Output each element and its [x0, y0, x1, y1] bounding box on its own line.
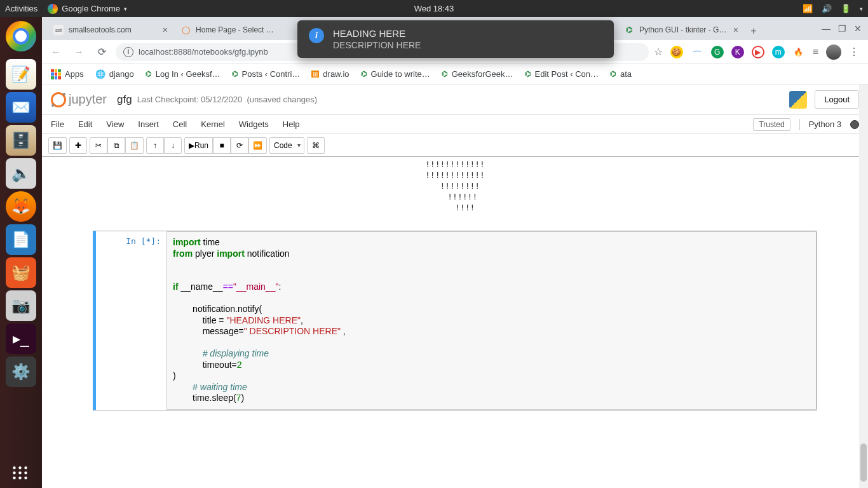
notebook-area: !!!!!!!!!!!! !!!!!!!!!!!! !!!!!!!! !!!!!…	[42, 157, 868, 438]
menu-widgets[interactable]: Widgets	[239, 119, 269, 129]
star-icon[interactable]: ☆	[654, 46, 663, 58]
new-tab-button[interactable]: +	[745, 22, 763, 40]
save-button[interactable]: 💾	[48, 137, 67, 154]
restart-run-all-button[interactable]: ⏩	[248, 137, 267, 154]
gfg-icon: ⌬	[146, 70, 152, 78]
activities-button[interactable]: Activities	[5, 4, 37, 13]
extension-icon[interactable]: 〰	[691, 46, 703, 58]
launcher-text-editor[interactable]: 📝	[6, 59, 36, 90]
gfg-icon: ⌬	[442, 70, 448, 78]
kernel-name[interactable]: Python 3	[809, 119, 841, 129]
extension-icon[interactable]: G	[711, 46, 724, 58]
page-content: jupyter gfg Last Checkpoint: 05/12/2020 …	[42, 85, 868, 488]
cut-button[interactable]: ✂	[90, 137, 107, 154]
extension-icon[interactable]: K	[731, 46, 744, 58]
launcher-thunderbird[interactable]: ✉️	[6, 92, 36, 123]
system-menu-chevron[interactable]: ▾	[860, 6, 863, 12]
favicon: ◯	[180, 25, 191, 35]
reading-list-icon[interactable]: ≡	[813, 46, 818, 58]
notification-title: HEADING HERE	[333, 28, 421, 39]
forward-button[interactable]: →	[70, 43, 88, 61]
menu-file[interactable]: File	[51, 119, 64, 129]
add-cell-button[interactable]: ✚	[69, 137, 87, 154]
clock[interactable]: Wed 18:43	[414, 4, 454, 13]
bookmark-item[interactable]: ⌬Edit Post ‹ Con…	[525, 69, 599, 79]
window-minimize[interactable]: —	[822, 24, 831, 34]
launcher-files[interactable]: 🗄️	[6, 125, 36, 156]
notebook-name[interactable]: gfg	[117, 93, 132, 106]
globe-icon: 🌐	[95, 69, 105, 79]
bookmark-item[interactable]: ⌬ata	[610, 69, 632, 79]
gfg-icon: ⌬	[525, 70, 531, 78]
back-button[interactable]: ←	[47, 43, 65, 61]
menu-view[interactable]: View	[106, 119, 124, 129]
bookmarks-bar: Apps 🌐django ⌬Log In ‹ Geeksf… ⌬Posts ‹ …	[42, 64, 868, 85]
reload-button[interactable]: ⟳	[93, 43, 111, 61]
command-palette-button[interactable]: ⌘	[307, 137, 325, 154]
code-editor[interactable]: import time from plyer import notificati…	[166, 231, 817, 410]
launcher-screenshot[interactable]: 📷	[6, 290, 36, 321]
python-logo	[789, 91, 807, 109]
window-maximize[interactable]: ❐	[838, 24, 846, 34]
wifi-icon[interactable]: 📶	[803, 4, 813, 13]
profile-avatar[interactable]	[826, 44, 841, 60]
volume-icon[interactable]: 🔊	[822, 4, 832, 13]
menu-insert[interactable]: Insert	[138, 119, 159, 129]
menu-help[interactable]: Help	[283, 119, 300, 129]
launcher-firefox[interactable]: 🦊	[6, 191, 36, 222]
tab-close-icon[interactable]: ×	[733, 25, 738, 35]
bookmark-item[interactable]: ⌬Posts ‹ Contri…	[232, 69, 301, 79]
launcher-settings[interactable]: ⚙️	[6, 356, 36, 387]
site-info-icon[interactable]: i	[123, 47, 133, 57]
bookmark-item[interactable]: ⌬GeeksforGeek…	[442, 69, 513, 79]
browser-tab[interactable]: ◯ Home Page - Select …	[174, 20, 301, 40]
system-notification[interactable]: i HEADING HERE DESCRIPTION HERE	[297, 20, 614, 58]
move-up-button[interactable]: ↑	[146, 137, 164, 154]
chrome-menu-icon[interactable]: ⋮	[849, 46, 859, 58]
launcher-chrome[interactable]	[6, 21, 36, 51]
run-button[interactable]: ▶ Run	[184, 137, 213, 154]
browser-tab[interactable]: sst smallseotools.com ×	[47, 20, 174, 40]
code-cell[interactable]: In [*]: import time from plyer import no…	[93, 231, 817, 410]
window-close[interactable]: ✕	[854, 24, 862, 34]
scrollbar-thumb[interactable]	[860, 444, 867, 482]
menu-cell[interactable]: Cell	[173, 119, 187, 129]
copy-button[interactable]: ⧉	[107, 137, 125, 154]
bookmark-item[interactable]: ⌬Log In ‹ Geeksf…	[146, 69, 220, 79]
extension-icon[interactable]: ▶	[752, 46, 764, 58]
trusted-badge[interactable]: Trusted	[753, 118, 790, 131]
menu-kernel[interactable]: Kernel	[201, 119, 225, 129]
menu-edit[interactable]: Edit	[78, 119, 92, 129]
cell-output: !!!!!!!!!!!! !!!!!!!!!!!! !!!!!!!! !!!!!…	[42, 159, 868, 228]
bookmark-item[interactable]: 🌐django	[95, 69, 134, 79]
chevron-down-icon: ▾	[124, 6, 127, 12]
logout-button[interactable]: Logout	[815, 90, 859, 109]
launcher-rhythmbox[interactable]: 🔈	[6, 158, 36, 189]
extension-icon[interactable]: 🔥	[792, 46, 805, 58]
interrupt-button[interactable]: ■	[213, 137, 231, 154]
kernel-indicator-icon	[850, 120, 859, 129]
launcher-show-apps[interactable]: ●●●●●●●●●	[12, 465, 29, 480]
launcher-libreoffice[interactable]: 📄	[6, 224, 36, 255]
battery-icon[interactable]: 🔋	[841, 4, 851, 13]
app-menu[interactable]: Google Chrome ▾	[48, 4, 127, 14]
info-icon: i	[309, 28, 324, 43]
gnome-top-bar: Activities Google Chrome ▾ Wed 18:43 📶 🔊…	[0, 0, 868, 17]
bookmark-apps[interactable]: Apps	[51, 69, 84, 79]
cell-type-select[interactable]: Code	[269, 137, 304, 154]
browser-tab[interactable]: ⌬ Python GUI - tkinter - G… ×	[618, 20, 745, 40]
extension-icon[interactable]: 🍪	[670, 46, 683, 58]
extension-icon[interactable]: m	[772, 46, 785, 58]
jupyter-logo[interactable]: jupyter	[51, 92, 107, 107]
launcher-terminal[interactable]: ▸_	[6, 323, 36, 354]
move-down-button[interactable]: ↓	[164, 137, 182, 154]
notification-body: DESCRIPTION HERE	[333, 40, 421, 50]
bookmark-item[interactable]: ⊞draw.io	[311, 69, 349, 79]
restart-button[interactable]: ⟳	[231, 137, 248, 154]
launcher-software[interactable]: 🧺	[6, 257, 36, 288]
gfg-icon: ⌬	[361, 70, 367, 78]
tab-close-icon[interactable]: ×	[163, 25, 168, 35]
bookmark-item[interactable]: ⌬Guide to write…	[361, 69, 430, 79]
paste-button[interactable]: 📋	[125, 137, 144, 154]
scrollbar[interactable]	[859, 85, 868, 488]
